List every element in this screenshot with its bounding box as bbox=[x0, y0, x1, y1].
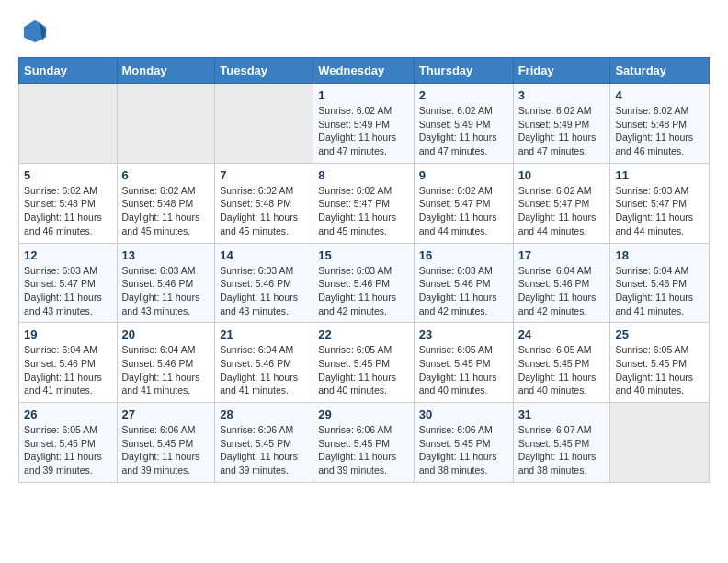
calendar-cell: 23Sunrise: 6:05 AMSunset: 5:45 PMDayligh… bbox=[414, 323, 513, 403]
day-info: Sunrise: 6:02 AMSunset: 5:48 PMDaylight:… bbox=[615, 104, 704, 158]
calendar-week-row: 26Sunrise: 6:05 AMSunset: 5:45 PMDayligh… bbox=[19, 403, 710, 483]
calendar-cell: 13Sunrise: 6:03 AMSunset: 5:46 PMDayligh… bbox=[117, 243, 215, 323]
calendar-cell: 1Sunrise: 6:02 AMSunset: 5:49 PMDaylight… bbox=[313, 84, 414, 164]
calendar-cell: 4Sunrise: 6:02 AMSunset: 5:48 PMDaylight… bbox=[610, 84, 710, 164]
day-number: 5 bbox=[24, 168, 112, 182]
calendar-cell: 27Sunrise: 6:06 AMSunset: 5:45 PMDayligh… bbox=[117, 403, 215, 483]
day-number: 21 bbox=[220, 327, 308, 341]
day-number: 9 bbox=[419, 168, 508, 182]
day-info: Sunrise: 6:03 AMSunset: 5:46 PMDaylight:… bbox=[122, 264, 210, 318]
day-info: Sunrise: 6:07 AMSunset: 5:45 PMDaylight:… bbox=[518, 423, 606, 477]
calendar-cell: 31Sunrise: 6:07 AMSunset: 5:45 PMDayligh… bbox=[513, 403, 610, 483]
calendar-cell: 11Sunrise: 6:03 AMSunset: 5:47 PMDayligh… bbox=[610, 163, 710, 243]
day-number: 14 bbox=[220, 248, 308, 262]
calendar-cell: 2Sunrise: 6:02 AMSunset: 5:49 PMDaylight… bbox=[414, 84, 513, 164]
day-number: 18 bbox=[615, 248, 704, 262]
day-number: 13 bbox=[122, 248, 210, 262]
day-of-week-header: Wednesday bbox=[313, 58, 414, 84]
day-number: 31 bbox=[518, 408, 606, 421]
day-of-week-header: Saturday bbox=[610, 58, 710, 84]
calendar-cell: 8Sunrise: 6:02 AMSunset: 5:47 PMDaylight… bbox=[313, 163, 414, 243]
calendar-cell: 14Sunrise: 6:03 AMSunset: 5:46 PMDayligh… bbox=[215, 243, 313, 323]
page-header bbox=[18, 18, 710, 48]
calendar-cell: 24Sunrise: 6:05 AMSunset: 5:45 PMDayligh… bbox=[513, 323, 610, 403]
day-of-week-header: Friday bbox=[513, 58, 610, 84]
day-number: 1 bbox=[318, 88, 408, 102]
calendar-cell: 25Sunrise: 6:05 AMSunset: 5:45 PMDayligh… bbox=[610, 323, 710, 403]
day-info: Sunrise: 6:04 AMSunset: 5:46 PMDaylight:… bbox=[24, 343, 112, 397]
logo bbox=[18, 18, 48, 48]
calendar-cell: 7Sunrise: 6:02 AMSunset: 5:48 PMDaylight… bbox=[215, 163, 313, 243]
day-info: Sunrise: 6:02 AMSunset: 5:48 PMDaylight:… bbox=[24, 184, 112, 238]
calendar-cell: 22Sunrise: 6:05 AMSunset: 5:45 PMDayligh… bbox=[313, 323, 414, 403]
day-info: Sunrise: 6:03 AMSunset: 5:47 PMDaylight:… bbox=[24, 264, 112, 318]
day-info: Sunrise: 6:02 AMSunset: 5:49 PMDaylight:… bbox=[419, 104, 508, 158]
calendar-cell bbox=[117, 84, 215, 164]
day-number: 28 bbox=[220, 408, 308, 421]
calendar-cell: 20Sunrise: 6:04 AMSunset: 5:46 PMDayligh… bbox=[117, 323, 215, 403]
day-number: 10 bbox=[518, 168, 606, 182]
day-number: 6 bbox=[122, 168, 210, 182]
day-info: Sunrise: 6:02 AMSunset: 5:49 PMDaylight:… bbox=[518, 104, 606, 158]
day-info: Sunrise: 6:05 AMSunset: 5:45 PMDaylight:… bbox=[24, 423, 112, 477]
day-info: Sunrise: 6:02 AMSunset: 5:48 PMDaylight:… bbox=[220, 184, 308, 238]
day-number: 4 bbox=[615, 88, 704, 102]
day-number: 12 bbox=[24, 248, 112, 262]
day-info: Sunrise: 6:06 AMSunset: 5:45 PMDaylight:… bbox=[318, 423, 408, 477]
day-number: 26 bbox=[24, 408, 112, 421]
calendar-cell: 9Sunrise: 6:02 AMSunset: 5:47 PMDaylight… bbox=[414, 163, 513, 243]
logo-icon bbox=[22, 18, 48, 44]
day-number: 17 bbox=[518, 248, 606, 262]
day-number: 29 bbox=[318, 408, 408, 421]
day-of-week-header: Thursday bbox=[414, 58, 513, 84]
day-info: Sunrise: 6:03 AMSunset: 5:47 PMDaylight:… bbox=[615, 184, 704, 238]
day-info: Sunrise: 6:03 AMSunset: 5:46 PMDaylight:… bbox=[419, 264, 508, 318]
calendar-cell: 29Sunrise: 6:06 AMSunset: 5:45 PMDayligh… bbox=[313, 403, 414, 483]
day-info: Sunrise: 6:02 AMSunset: 5:48 PMDaylight:… bbox=[122, 184, 210, 238]
day-info: Sunrise: 6:02 AMSunset: 5:47 PMDaylight:… bbox=[318, 184, 408, 238]
day-number: 7 bbox=[220, 168, 308, 182]
day-number: 22 bbox=[318, 327, 408, 341]
day-number: 16 bbox=[419, 248, 508, 262]
day-of-week-header: Tuesday bbox=[215, 58, 313, 84]
day-number: 19 bbox=[24, 327, 112, 341]
calendar-cell: 15Sunrise: 6:03 AMSunset: 5:46 PMDayligh… bbox=[313, 243, 414, 323]
calendar-cell: 6Sunrise: 6:02 AMSunset: 5:48 PMDaylight… bbox=[117, 163, 215, 243]
day-info: Sunrise: 6:04 AMSunset: 5:46 PMDaylight:… bbox=[220, 343, 308, 397]
day-number: 3 bbox=[518, 88, 606, 102]
day-number: 2 bbox=[419, 88, 508, 102]
day-info: Sunrise: 6:04 AMSunset: 5:46 PMDaylight:… bbox=[518, 264, 606, 318]
calendar-cell: 19Sunrise: 6:04 AMSunset: 5:46 PMDayligh… bbox=[19, 323, 118, 403]
calendar-cell bbox=[215, 84, 313, 164]
day-info: Sunrise: 6:05 AMSunset: 5:45 PMDaylight:… bbox=[518, 343, 606, 397]
day-number: 8 bbox=[318, 168, 408, 182]
day-info: Sunrise: 6:02 AMSunset: 5:47 PMDaylight:… bbox=[518, 184, 606, 238]
calendar-cell: 10Sunrise: 6:02 AMSunset: 5:47 PMDayligh… bbox=[513, 163, 610, 243]
calendar-header-row: SundayMondayTuesdayWednesdayThursdayFrid… bbox=[19, 58, 710, 84]
day-info: Sunrise: 6:05 AMSunset: 5:45 PMDaylight:… bbox=[318, 343, 408, 397]
day-info: Sunrise: 6:05 AMSunset: 5:45 PMDaylight:… bbox=[419, 343, 508, 397]
day-number: 23 bbox=[419, 327, 508, 341]
day-info: Sunrise: 6:02 AMSunset: 5:47 PMDaylight:… bbox=[419, 184, 508, 238]
calendar-cell: 28Sunrise: 6:06 AMSunset: 5:45 PMDayligh… bbox=[215, 403, 313, 483]
calendar-week-row: 1Sunrise: 6:02 AMSunset: 5:49 PMDaylight… bbox=[19, 84, 710, 164]
calendar-week-row: 12Sunrise: 6:03 AMSunset: 5:47 PMDayligh… bbox=[19, 243, 710, 323]
day-info: Sunrise: 6:06 AMSunset: 5:45 PMDaylight:… bbox=[419, 423, 508, 477]
calendar-cell: 18Sunrise: 6:04 AMSunset: 5:46 PMDayligh… bbox=[610, 243, 710, 323]
day-info: Sunrise: 6:05 AMSunset: 5:45 PMDaylight:… bbox=[615, 343, 704, 397]
day-number: 15 bbox=[318, 248, 408, 262]
calendar-cell: 30Sunrise: 6:06 AMSunset: 5:45 PMDayligh… bbox=[414, 403, 513, 483]
calendar-cell: 12Sunrise: 6:03 AMSunset: 5:47 PMDayligh… bbox=[19, 243, 118, 323]
calendar-cell: 5Sunrise: 6:02 AMSunset: 5:48 PMDaylight… bbox=[19, 163, 118, 243]
day-info: Sunrise: 6:06 AMSunset: 5:45 PMDaylight:… bbox=[220, 423, 308, 477]
calendar-week-row: 5Sunrise: 6:02 AMSunset: 5:48 PMDaylight… bbox=[19, 163, 710, 243]
calendar-cell: 21Sunrise: 6:04 AMSunset: 5:46 PMDayligh… bbox=[215, 323, 313, 403]
calendar-cell bbox=[610, 403, 710, 483]
calendar-week-row: 19Sunrise: 6:04 AMSunset: 5:46 PMDayligh… bbox=[19, 323, 710, 403]
day-number: 20 bbox=[122, 327, 210, 341]
calendar-cell: 3Sunrise: 6:02 AMSunset: 5:49 PMDaylight… bbox=[513, 84, 610, 164]
day-number: 24 bbox=[518, 327, 606, 341]
day-info: Sunrise: 6:03 AMSunset: 5:46 PMDaylight:… bbox=[318, 264, 408, 318]
day-info: Sunrise: 6:06 AMSunset: 5:45 PMDaylight:… bbox=[122, 423, 210, 477]
day-of-week-header: Monday bbox=[117, 58, 215, 84]
